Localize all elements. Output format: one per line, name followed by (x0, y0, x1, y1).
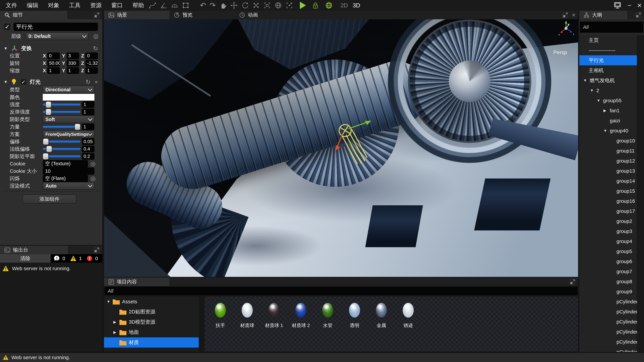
folder-row-3d-models[interactable]: ▶ 3D模型资源 (104, 317, 199, 327)
outline-search-input[interactable] (580, 22, 643, 33)
position-x-input[interactable]: 0 (47, 52, 60, 59)
console-message-row[interactable]: Web server is not running. (2, 265, 71, 272)
outline-item-group8[interactable]: group8 (579, 277, 637, 287)
scheme-dropdown[interactable]: FromQualitySettings (43, 130, 94, 138)
material-item[interactable]: 透明 (341, 297, 368, 352)
normal-bias-slider[interactable] (43, 145, 80, 152)
outline-item-directional-light[interactable]: 平行光 (579, 55, 637, 65)
menu-item-file[interactable]: 文件 (6, 1, 17, 9)
tab-console[interactable]: 输出台 (0, 246, 68, 254)
outline-item-group10[interactable]: group10 (579, 136, 637, 146)
caret-icon[interactable]: ▶ (604, 108, 610, 113)
mode-2d-button[interactable]: 2D (340, 2, 348, 9)
area-tool-icon[interactable] (182, 1, 190, 9)
light-section-header[interactable]: ▼ ✓ 灯光 ↻ × (4, 78, 40, 86)
outline-item-group55[interactable]: ▼group55 (579, 95, 637, 106)
light-enabled-checkbox[interactable]: ✓ (20, 79, 27, 85)
intensity-value[interactable]: 1 (82, 101, 94, 108)
outline-item-group5[interactable]: group5 (579, 246, 637, 256)
light-type-dropdown[interactable]: Directional (43, 86, 94, 93)
scale-tool-icon[interactable] (252, 1, 260, 9)
layer-dropdown[interactable]: 0: Default (26, 32, 88, 40)
bounce-intensity-value[interactable]: 1 (82, 109, 94, 115)
tab-outline[interactable]: 大纲 (579, 11, 627, 19)
light-gizmo[interactable] (332, 120, 389, 177)
shadow-type-dropdown[interactable]: Soft (43, 115, 94, 123)
outline-item-main-camera[interactable]: 主相机 (579, 65, 637, 75)
outline-item-group14[interactable]: group14 (579, 176, 637, 186)
outline-item-pcylinder27[interactable]: pCylinder27 (579, 337, 637, 347)
outline-item-group4[interactable]: group4 (579, 236, 637, 246)
protractor-tool-icon[interactable] (171, 1, 178, 9)
transform-section-header[interactable]: ▼ 变换 ↻ (4, 45, 32, 52)
menu-item-tools[interactable]: 工具 (69, 1, 80, 9)
bias-slider[interactable] (43, 138, 80, 145)
clear-console-button[interactable]: 清除 (0, 254, 51, 263)
outline-item-pcylinder28[interactable]: pCylinder28 (579, 347, 637, 352)
outline-item-group9[interactable]: group9 (579, 287, 637, 297)
outline-item-pcylinder26[interactable]: pCylinder26 (579, 327, 637, 337)
caret-icon[interactable]: ▼ (604, 129, 610, 133)
add-component-button[interactable]: 添加组件 (23, 195, 76, 204)
rotation-x-input[interactable]: 50.000 (47, 60, 60, 66)
close-button[interactable]: × (637, 1, 642, 9)
shadow-near-plane-value[interactable]: 0.2 (82, 153, 94, 160)
folder-row-materials[interactable]: 材质 (104, 337, 199, 348)
object-enabled-checkbox[interactable]: ✓ (3, 23, 11, 31)
light-color-swatch[interactable] (43, 94, 94, 100)
outline-item-group15[interactable]: group15 (579, 186, 637, 196)
tab-details[interactable]: 细节 (0, 11, 67, 19)
render-mode-dropdown[interactable]: Auto (43, 182, 94, 190)
outline-item-group40[interactable]: ▼group40 (579, 126, 637, 136)
expand-panel-icon[interactable] (569, 279, 576, 285)
outline-item-group2[interactable]: group2 (579, 216, 637, 226)
undo-icon[interactable]: ↶ (200, 2, 206, 9)
focus-frame-icon[interactable] (286, 1, 293, 9)
flare-target-icon[interactable]: ◎ (90, 175, 96, 182)
expand-panel-icon[interactable] (94, 12, 100, 18)
log-bubble-icon[interactable] (54, 255, 60, 262)
tab-preview[interactable]: 预览 (170, 11, 235, 19)
collapse-caret-icon[interactable]: ▼ (4, 80, 8, 84)
outline-item-group12[interactable]: group12 (579, 156, 637, 166)
expand-panel-icon[interactable] (635, 12, 641, 18)
monitor-icon[interactable] (613, 1, 622, 9)
lock-icon[interactable] (312, 1, 319, 9)
rotate-tool-icon[interactable] (241, 1, 249, 9)
folder-row-assets[interactable]: ▼ Assets (104, 297, 199, 307)
curve-tool-icon[interactable] (148, 1, 156, 9)
mode-3d-button[interactable]: 3D (353, 2, 360, 9)
cookie-field[interactable]: 空 (Texture) (43, 160, 88, 167)
caret-icon[interactable]: ▼ (107, 300, 112, 304)
rect-select-icon[interactable] (263, 1, 271, 9)
bounce-intensity-slider[interactable] (43, 108, 80, 115)
reset-light-icon[interactable]: ↻ (86, 78, 90, 85)
caret-icon[interactable]: ▶ (113, 320, 119, 324)
scale-x-input[interactable]: 1 (47, 67, 60, 74)
flare-field[interactable]: 空 (Flare) (43, 175, 88, 182)
cookie-size-field[interactable]: 10 (43, 167, 94, 175)
material-item[interactable]: 材质球 1 (260, 297, 288, 352)
outline-item-home[interactable]: 主页 (579, 35, 637, 45)
outline-item-group16[interactable]: group16 (579, 196, 637, 206)
warning-icon[interactable] (70, 255, 77, 262)
outline-item-pcylinder23[interactable]: pCylinder23 (579, 297, 637, 307)
shadow-near-plane-slider[interactable] (43, 153, 80, 160)
outline-item-group11[interactable]: group11 (579, 146, 637, 156)
outline-item-2[interactable]: ▼2 (579, 85, 637, 95)
position-y-input[interactable]: 3 (66, 52, 79, 59)
world-icon[interactable] (274, 1, 282, 9)
outline-item-pcylinder25[interactable]: pCylinder25 (579, 317, 637, 327)
tab-animation[interactable]: 动画 (235, 11, 300, 19)
outline-item-group17[interactable]: group17 (579, 206, 637, 216)
material-item[interactable]: 锈迹 (395, 297, 422, 352)
normal-bias-value[interactable]: 0.4 (82, 146, 94, 152)
scale-y-input[interactable]: 1 (66, 67, 79, 74)
outline-item-group3[interactable]: group3 (579, 226, 637, 236)
caret-icon[interactable]: ▶ (113, 330, 119, 335)
cookie-target-icon[interactable]: ◎ (90, 161, 96, 167)
viewport-3d-scene[interactable]: y x z Persp (104, 19, 578, 277)
folder-row-2d-textures[interactable]: 2D贴图资源 (104, 307, 199, 317)
strength-slider[interactable] (43, 123, 80, 130)
minimize-button[interactable]: − (628, 2, 632, 9)
